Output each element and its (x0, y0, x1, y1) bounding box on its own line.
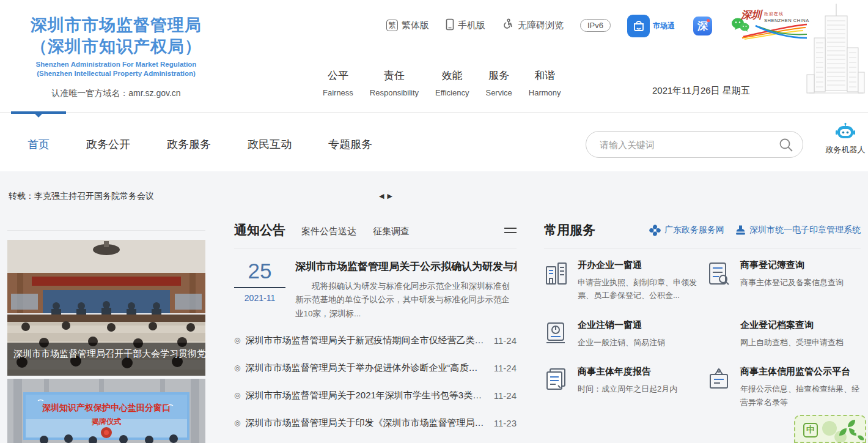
header-utilities: 繁 繁体版 手机版 无障碍浏览 IPv6 (386, 18, 611, 32)
notices-more-icon[interactable] (504, 225, 517, 236)
market-app-link[interactable]: 市场通 (627, 15, 675, 37)
news-ticker: 转载：李克强主持召开国务院常务会议 ◀ ▶ (0, 191, 868, 203)
value-responsibility: 责任Responsibility (370, 69, 419, 97)
current-date: 2021年11月26日 星期五 (652, 85, 750, 97)
accessibility-button[interactable]: 无障碍浏览 (502, 18, 564, 32)
value-efficiency: 效能Efficiency (435, 69, 469, 97)
city-logo-cn: 深圳 (741, 10, 762, 20)
nav-item-gov-info[interactable]: 政务公开 (86, 137, 130, 152)
notice-row[interactable]: ◎ 深圳市市场监督管理局关于新冠疫情期间全市仅经营乙类非... 11-24 (234, 327, 517, 354)
site-logo[interactable]: 深圳市市场监督管理局 （深圳市知识产权局） Shenzhen Administr… (18, 15, 214, 99)
notice-row[interactable]: ◎ 深圳市市场监督管理局关于2021年深圳市学生书包等3类产... 11-24 (234, 382, 517, 409)
site-search (586, 131, 803, 158)
official-domain-note: 认准唯一官方域名：amr.sz.gov.cn (18, 88, 214, 99)
open-business-icon (544, 259, 570, 302)
stamp-icon (735, 225, 746, 236)
featured-notice[interactable]: 25 2021-11 深圳市市场监督管理局关于公示拟确认为研发与标... 现将拟… (234, 259, 517, 321)
carousel-caption: 深圳市市场监督管理局召开干部大会学习贯彻党的十... (7, 343, 205, 376)
carousel-slide-1[interactable]: 深圳市市场监督管理局召开干部大会学习贯彻党的十... (7, 240, 205, 376)
header-app-links: 市场通 深 (627, 15, 750, 37)
service-registry-search[interactable]: 商事登记簿查询 商事主体登记及备案信息查询 (707, 259, 861, 302)
notices-title: 通知公告 (234, 222, 285, 239)
youth-protection-widget[interactable]: 中 (794, 415, 866, 443)
mobile-version-button[interactable]: 手机版 (446, 18, 485, 32)
bullet-icon: ◎ (234, 419, 240, 427)
featured-day: 25 (234, 259, 285, 283)
org-title-line1: 深圳市市场监督管理局 (18, 15, 214, 36)
mobile-icon (446, 18, 454, 32)
service-archive-search[interactable]: 企业登记档案查询 网上自助查档、受理申请查档 (707, 319, 861, 349)
ticker-prev-icon[interactable]: ◀ (379, 192, 384, 200)
shenzhen-china-logo[interactable]: 深圳 政府在线 SHENZHEN CHINA (741, 10, 809, 43)
value-service: 服务Service (485, 69, 512, 97)
services-section: 常用服务 广东政务服务网 深圳 (544, 222, 861, 409)
core-values: 公平Fairness 责任Responsibility 效能Efficiency… (323, 69, 561, 97)
gov-robot-button[interactable]: 政务机器人 (825, 122, 866, 155)
city-logo-en: SHENZHEN CHINA (764, 18, 809, 23)
bullet-icon: ◎ (234, 363, 240, 372)
market-app-label: 市场通 (653, 21, 675, 31)
accessibility-label: 无障碍浏览 (518, 20, 564, 31)
search-icon[interactable] (778, 137, 794, 155)
robot-label: 政务机器人 (825, 144, 866, 155)
featured-month: 2021-11 (234, 293, 285, 303)
ceremony-photo: 深圳知识产权保护中心盐田分窗口 揭牌仪式 (7, 379, 205, 443)
city-logo-sub: 政府在线 (764, 11, 809, 17)
service-deregistration[interactable]: 企业注销一窗通 企业一般注销、简易注销 (544, 319, 698, 349)
org-subtitle-line1: Shenzhen Administration For Market Regul… (18, 60, 214, 69)
site-header: 深圳市市场监督管理局 （深圳市知识产权局） Shenzhen Administr… (0, 0, 868, 112)
notices-section: 通知公告 案件公告送达 征集调查 25 2021-11 深圳市市场监督管理局关于… (234, 222, 517, 437)
notice-row[interactable]: ◎ 深圳市市场监督管理局关于举办促进体外诊断企业“高质量... 11-24 (234, 354, 517, 382)
featured-summary: 现将拟确认为研发与标准化同步示范企业和深圳标准创新示范基地的单位予以公示，其中研… (295, 280, 517, 321)
notice-list: ◎ 深圳市市场监督管理局关于新冠疫情期间全市仅经营乙类非... 11-24 ◎ … (234, 327, 517, 437)
robot-icon (835, 122, 856, 141)
nav-item-interaction[interactable]: 政民互动 (248, 137, 292, 152)
org-title-line2: （深圳市知识产权局） (18, 36, 214, 58)
bullet-icon: ◎ (234, 391, 240, 400)
notice-row[interactable]: ◎ 深圳市市场监督管理局关于印发《深圳市市场监督管理局商... 11-23 (234, 409, 517, 437)
deregistration-icon (544, 319, 570, 349)
services-title: 常用服务 (544, 222, 595, 239)
ticker-headline[interactable]: 转载：李克强主持召开国务院常务会议 (9, 191, 154, 202)
tab-case-announcements[interactable]: 案件公告送达 (301, 226, 356, 237)
registry-search-icon (707, 259, 732, 302)
nav-item-gov-services[interactable]: 政务服务 (167, 137, 211, 152)
ishenzhen-app-icon[interactable]: 深 (693, 17, 712, 35)
featured-title[interactable]: 深圳市市场监督管理局关于公示拟确认为研发与标... (295, 259, 517, 274)
carousel-slide-2[interactable]: 深圳知识产权保护中心盐田分窗口 揭牌仪式 (7, 379, 205, 443)
ipv6-badge[interactable]: IPv6 (580, 19, 611, 32)
mobile-label: 手机版 (458, 20, 485, 31)
annual-report-icon (544, 366, 570, 409)
eseal-system-link[interactable]: 深圳市统一电子印章管理系统 (735, 225, 861, 236)
active-tab-indicator (11, 111, 66, 114)
svg-text:深圳知识产权保护中心盐田分窗口: 深圳知识产权保护中心盐田分窗口 (42, 403, 171, 412)
value-harmony: 和谐Harmony (529, 69, 561, 97)
value-fairness: 公平Fairness (323, 69, 353, 97)
city-logo-swoosh-icon (741, 23, 808, 40)
accessibility-icon (502, 18, 514, 32)
tab-surveys[interactable]: 征集调查 (373, 226, 410, 237)
flower-icon (649, 225, 661, 236)
service-credit-platform[interactable]: 商事主体信用监管公示平台 年报公示信息、抽查检查结果、经营异常名录等 (707, 366, 861, 409)
clover-leaves-icon (820, 417, 864, 443)
svg-text:揭牌仪式: 揭牌仪式 (91, 417, 121, 426)
traditional-label: 繁体版 (402, 20, 429, 31)
search-input[interactable] (600, 132, 771, 157)
featured-date: 25 2021-11 (234, 259, 285, 321)
service-open-business[interactable]: 开办企业一窗通 申请营业执照、刻制印章、申领发票、员工参保登记、公积金... (544, 259, 698, 302)
service-annual-report[interactable]: 商事主体年度报告 时间：成立周年之日起2月内 (544, 366, 698, 409)
archive-search-icon-placeholder (707, 319, 732, 349)
nav-item-special[interactable]: 专题服务 (328, 137, 372, 152)
main-navbar: 首页 政务公开 政务服务 政民互动 专题服务 政务机器人 (0, 112, 868, 171)
traditional-icon: 繁 (386, 20, 398, 31)
market-app-icon (627, 15, 650, 37)
traditional-version-button[interactable]: 繁 繁体版 (386, 20, 429, 31)
building-sketch (804, 0, 867, 110)
ticker-next-icon[interactable]: ▶ (387, 192, 392, 200)
photo-carousel: 深圳市市场监督管理局召开干部大会学习贯彻党的十... 深圳知识产权保护中心盐田分… (7, 230, 205, 443)
guangdong-services-link[interactable]: 广东政务服务网 (649, 225, 724, 236)
bullet-icon: ◎ (234, 336, 240, 344)
credit-platform-icon (707, 366, 732, 409)
nav-item-home[interactable]: 首页 (28, 137, 50, 152)
org-subtitle-line2: (Shenzhen Intellectual Property Administ… (18, 69, 214, 78)
